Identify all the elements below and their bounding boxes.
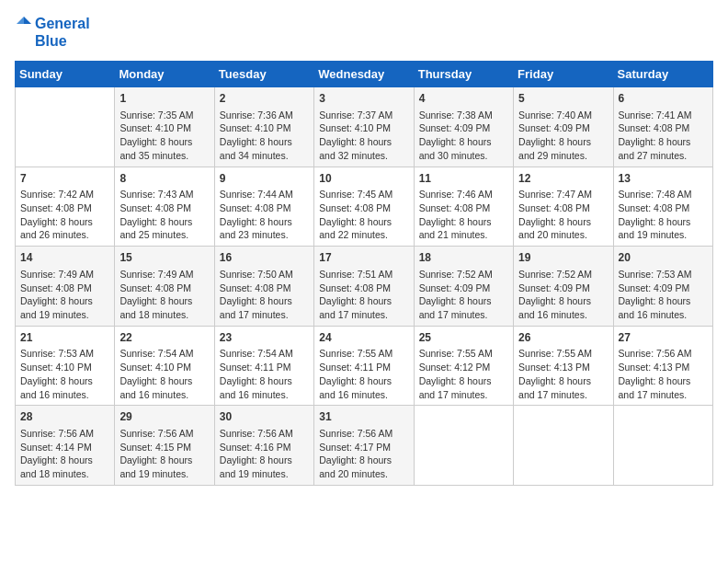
day-info: Daylight: 8 hours xyxy=(220,454,309,467)
day-info: Sunset: 4:08 PM xyxy=(220,282,309,295)
day-number: 13 xyxy=(619,171,708,187)
day-info: Sunrise: 7:35 AM xyxy=(119,109,209,122)
day-info: Sunrise: 7:55 AM xyxy=(419,347,508,361)
day-info: Daylight: 8 hours xyxy=(419,215,508,229)
day-number: 16 xyxy=(220,250,309,266)
calendar-cell: 16Sunrise: 7:50 AMSunset: 4:08 PMDayligh… xyxy=(214,247,313,327)
day-info: and 22 minutes. xyxy=(319,228,408,242)
day-info: Sunset: 4:08 PM xyxy=(119,201,209,215)
calendar-cell: 17Sunrise: 7:51 AMSunset: 4:08 PMDayligh… xyxy=(314,247,414,327)
day-info: Sunrise: 7:37 AM xyxy=(319,109,408,122)
svg-marker-1 xyxy=(17,17,24,24)
day-info: Sunset: 4:09 PM xyxy=(619,282,708,295)
calendar-cell: 4Sunrise: 7:38 AMSunset: 4:09 PMDaylight… xyxy=(414,87,513,167)
page-header: General Blue xyxy=(15,15,713,50)
day-info: Sunrise: 7:53 AM xyxy=(20,347,109,361)
day-info: and 17 minutes. xyxy=(419,388,508,402)
day-info: Sunrise: 7:50 AM xyxy=(220,268,309,282)
calendar-cell: 25Sunrise: 7:55 AMSunset: 4:12 PMDayligh… xyxy=(414,326,513,406)
day-info: Sunrise: 7:43 AM xyxy=(119,188,209,201)
day-number: 9 xyxy=(220,171,309,187)
day-number: 28 xyxy=(20,409,109,425)
day-info: Sunset: 4:08 PM xyxy=(220,201,309,215)
day-info: and 35 minutes. xyxy=(119,149,209,163)
day-info: and 18 minutes. xyxy=(119,308,209,322)
day-info: Sunset: 4:11 PM xyxy=(220,361,309,374)
day-info: Daylight: 8 hours xyxy=(619,135,708,149)
day-number: 24 xyxy=(319,330,408,346)
day-info: Daylight: 8 hours xyxy=(119,135,209,149)
week-row-4: 21Sunrise: 7:53 AMSunset: 4:10 PMDayligh… xyxy=(16,326,713,406)
day-info: Sunrise: 7:54 AM xyxy=(220,347,309,361)
day-info: Sunset: 4:14 PM xyxy=(20,441,109,454)
day-info: Sunrise: 7:55 AM xyxy=(319,347,408,361)
day-info: Sunrise: 7:49 AM xyxy=(20,268,109,282)
day-info: Sunset: 4:08 PM xyxy=(619,121,708,135)
day-number: 25 xyxy=(419,330,508,346)
calendar-cell: 20Sunrise: 7:53 AMSunset: 4:09 PMDayligh… xyxy=(613,247,712,327)
calendar-cell: 6Sunrise: 7:41 AMSunset: 4:08 PMDaylight… xyxy=(613,87,712,167)
calendar-cell: 14Sunrise: 7:49 AMSunset: 4:08 PMDayligh… xyxy=(16,247,115,327)
weekday-header-tuesday: Tuesday xyxy=(214,62,313,87)
day-info: Daylight: 8 hours xyxy=(220,374,309,388)
calendar-cell: 1Sunrise: 7:35 AMSunset: 4:10 PMDaylight… xyxy=(115,87,214,167)
day-info: Sunset: 4:16 PM xyxy=(220,441,309,454)
day-info: Daylight: 8 hours xyxy=(20,454,109,467)
day-info: Sunset: 4:10 PM xyxy=(20,361,109,374)
calendar-cell: 26Sunrise: 7:55 AMSunset: 4:13 PMDayligh… xyxy=(514,326,613,406)
day-number: 22 xyxy=(119,330,209,346)
day-info: Sunrise: 7:56 AM xyxy=(220,427,309,441)
day-number: 20 xyxy=(619,250,708,266)
weekday-header-friday: Friday xyxy=(514,62,613,87)
day-info: Sunset: 4:08 PM xyxy=(119,282,209,295)
day-info: Sunset: 4:13 PM xyxy=(518,361,608,374)
day-info: Sunrise: 7:55 AM xyxy=(518,347,608,361)
calendar-cell: 12Sunrise: 7:47 AMSunset: 4:08 PMDayligh… xyxy=(514,167,613,247)
calendar-cell xyxy=(514,406,613,486)
weekday-header-row: SundayMondayTuesdayWednesdayThursdayFrid… xyxy=(16,62,713,87)
day-info: Sunset: 4:09 PM xyxy=(518,282,608,295)
calendar-cell: 22Sunrise: 7:54 AMSunset: 4:10 PMDayligh… xyxy=(115,326,214,406)
svg-marker-0 xyxy=(24,17,31,24)
day-number: 31 xyxy=(319,409,408,425)
day-info: Daylight: 8 hours xyxy=(319,454,408,467)
day-info: Daylight: 8 hours xyxy=(119,215,209,229)
day-number: 21 xyxy=(20,330,109,346)
week-row-3: 14Sunrise: 7:49 AMSunset: 4:08 PMDayligh… xyxy=(16,247,713,327)
day-info: Daylight: 8 hours xyxy=(220,294,309,308)
day-info: Sunrise: 7:40 AM xyxy=(518,109,608,122)
logo-general: General xyxy=(35,16,90,32)
day-info: Sunset: 4:10 PM xyxy=(319,121,408,135)
day-info: Daylight: 8 hours xyxy=(518,135,608,149)
day-info: and 19 minutes. xyxy=(119,467,209,481)
day-number: 19 xyxy=(518,250,608,266)
day-info: Sunset: 4:09 PM xyxy=(419,282,508,295)
calendar-cell: 11Sunrise: 7:46 AMSunset: 4:08 PMDayligh… xyxy=(414,167,513,247)
day-info: and 16 minutes. xyxy=(20,388,109,402)
logo: General Blue xyxy=(15,15,90,50)
day-info: and 16 minutes. xyxy=(319,388,408,402)
day-info: and 27 minutes. xyxy=(619,149,708,163)
day-number: 17 xyxy=(319,250,408,266)
day-info: and 16 minutes. xyxy=(518,308,608,322)
day-info: Sunset: 4:13 PM xyxy=(619,361,708,374)
weekday-header-thursday: Thursday xyxy=(414,62,513,87)
day-number: 12 xyxy=(518,171,608,187)
calendar-cell xyxy=(414,406,513,486)
calendar-cell: 13Sunrise: 7:48 AMSunset: 4:08 PMDayligh… xyxy=(613,167,712,247)
day-info: and 16 minutes. xyxy=(119,388,209,402)
day-info: and 17 minutes. xyxy=(319,308,408,322)
day-info: and 19 minutes. xyxy=(619,228,708,242)
day-info: and 23 minutes. xyxy=(220,228,309,242)
day-info: Sunset: 4:10 PM xyxy=(119,121,209,135)
day-info: Daylight: 8 hours xyxy=(119,294,209,308)
day-info: Sunset: 4:11 PM xyxy=(319,361,408,374)
day-number: 27 xyxy=(619,330,708,346)
calendar-cell: 15Sunrise: 7:49 AMSunset: 4:08 PMDayligh… xyxy=(115,247,214,327)
day-info: Sunrise: 7:47 AM xyxy=(518,188,608,201)
day-info: Sunset: 4:08 PM xyxy=(319,201,408,215)
day-number: 18 xyxy=(419,250,508,266)
day-info: Sunset: 4:08 PM xyxy=(619,201,708,215)
day-info: Daylight: 8 hours xyxy=(518,294,608,308)
day-info: Daylight: 8 hours xyxy=(619,215,708,229)
